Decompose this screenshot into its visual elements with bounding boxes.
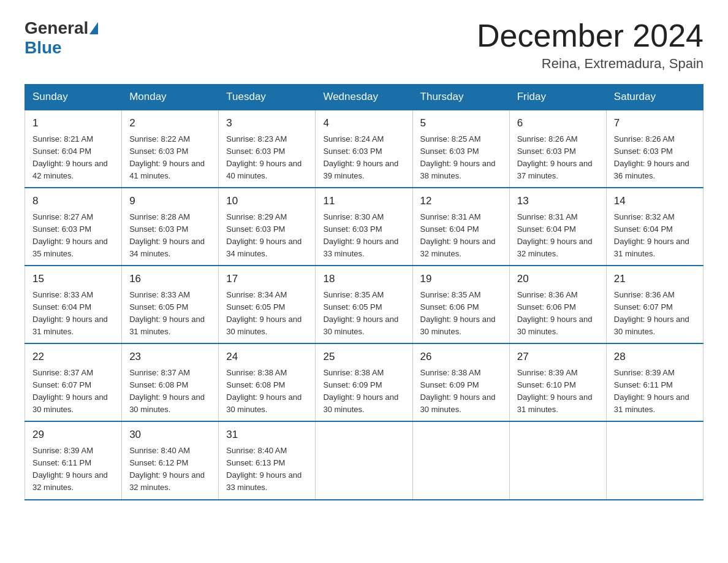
- day-info: Sunrise: 8:26 AMSunset: 6:03 PMDaylight:…: [614, 133, 696, 183]
- calendar-week-row: 8Sunrise: 8:27 AMSunset: 6:03 PMDaylight…: [25, 188, 703, 266]
- calendar-cell: [316, 421, 412, 499]
- column-header-tuesday: Tuesday: [219, 85, 316, 110]
- day-info: Sunrise: 8:21 AMSunset: 6:04 PMDaylight:…: [32, 133, 114, 183]
- calendar-week-row: 1Sunrise: 8:21 AMSunset: 6:04 PMDaylight…: [25, 110, 703, 188]
- calendar-cell: 27Sunrise: 8:39 AMSunset: 6:10 PMDayligh…: [509, 343, 606, 421]
- column-header-wednesday: Wednesday: [316, 85, 412, 110]
- day-number: 24: [226, 349, 308, 365]
- calendar-cell: 9Sunrise: 8:28 AMSunset: 6:03 PMDaylight…: [122, 188, 219, 266]
- calendar-cell: 28Sunrise: 8:39 AMSunset: 6:11 PMDayligh…: [606, 343, 703, 421]
- calendar-cell: 5Sunrise: 8:25 AMSunset: 6:03 PMDaylight…: [412, 110, 509, 188]
- calendar-cell: 2Sunrise: 8:22 AMSunset: 6:03 PMDaylight…: [122, 110, 219, 188]
- calendar-cell: 14Sunrise: 8:32 AMSunset: 6:04 PMDayligh…: [606, 188, 703, 266]
- day-info: Sunrise: 8:39 AMSunset: 6:11 PMDaylight:…: [614, 367, 696, 416]
- day-info: Sunrise: 8:39 AMSunset: 6:11 PMDaylight:…: [32, 445, 114, 494]
- day-number: 23: [129, 349, 211, 365]
- day-info: Sunrise: 8:29 AMSunset: 6:03 PMDaylight:…: [226, 211, 308, 261]
- calendar-cell: 29Sunrise: 8:39 AMSunset: 6:11 PMDayligh…: [25, 421, 122, 499]
- column-header-sunday: Sunday: [25, 85, 122, 110]
- calendar-cell: 18Sunrise: 8:35 AMSunset: 6:05 PMDayligh…: [316, 266, 412, 343]
- column-header-thursday: Thursday: [412, 85, 509, 110]
- day-number: 5: [420, 115, 502, 131]
- day-number: 4: [323, 115, 404, 131]
- day-number: 15: [32, 271, 114, 287]
- day-number: 20: [517, 271, 599, 287]
- column-header-monday: Monday: [122, 85, 219, 110]
- calendar-cell: 31Sunrise: 8:40 AMSunset: 6:13 PMDayligh…: [219, 421, 316, 499]
- logo-blue-text: Blue: [25, 38, 62, 58]
- calendar-cell: 10Sunrise: 8:29 AMSunset: 6:03 PMDayligh…: [219, 188, 316, 266]
- day-info: Sunrise: 8:40 AMSunset: 6:12 PMDaylight:…: [129, 445, 211, 494]
- day-number: 27: [517, 349, 599, 365]
- day-number: 6: [517, 115, 599, 131]
- calendar-week-row: 22Sunrise: 8:37 AMSunset: 6:07 PMDayligh…: [25, 343, 703, 421]
- location-subtitle: Reina, Extremadura, Spain: [477, 56, 703, 72]
- calendar-cell: [606, 421, 703, 499]
- calendar-cell: [412, 421, 509, 499]
- calendar-cell: 4Sunrise: 8:24 AMSunset: 6:03 PMDaylight…: [316, 110, 412, 188]
- day-info: Sunrise: 8:37 AMSunset: 6:08 PMDaylight:…: [129, 367, 211, 416]
- title-section: December 2024 Reina, Extremadura, Spain: [477, 18, 703, 72]
- day-number: 21: [614, 271, 696, 287]
- day-info: Sunrise: 8:25 AMSunset: 6:03 PMDaylight:…: [420, 133, 502, 183]
- day-number: 28: [614, 349, 696, 365]
- calendar-cell: 1Sunrise: 8:21 AMSunset: 6:04 PMDaylight…: [25, 110, 122, 188]
- column-header-friday: Friday: [509, 85, 606, 110]
- day-number: 16: [129, 271, 211, 287]
- calendar-cell: 20Sunrise: 8:36 AMSunset: 6:06 PMDayligh…: [509, 266, 606, 343]
- day-info: Sunrise: 8:40 AMSunset: 6:13 PMDaylight:…: [226, 445, 308, 494]
- day-info: Sunrise: 8:26 AMSunset: 6:03 PMDaylight:…: [517, 133, 599, 183]
- calendar-header-row: SundayMondayTuesdayWednesdayThursdayFrid…: [25, 85, 703, 110]
- calendar-cell: [509, 421, 606, 499]
- day-number: 14: [614, 193, 696, 209]
- day-info: Sunrise: 8:38 AMSunset: 6:09 PMDaylight:…: [323, 367, 404, 416]
- calendar-cell: 24Sunrise: 8:38 AMSunset: 6:08 PMDayligh…: [219, 343, 316, 421]
- calendar-cell: 23Sunrise: 8:37 AMSunset: 6:08 PMDayligh…: [122, 343, 219, 421]
- logo-general-text: General: [25, 18, 88, 38]
- calendar-cell: 17Sunrise: 8:34 AMSunset: 6:05 PMDayligh…: [219, 266, 316, 343]
- day-info: Sunrise: 8:31 AMSunset: 6:04 PMDaylight:…: [420, 211, 502, 261]
- day-number: 22: [32, 349, 114, 365]
- day-info: Sunrise: 8:24 AMSunset: 6:03 PMDaylight:…: [323, 133, 404, 183]
- day-info: Sunrise: 8:33 AMSunset: 6:04 PMDaylight:…: [32, 289, 114, 339]
- day-info: Sunrise: 8:38 AMSunset: 6:09 PMDaylight:…: [420, 367, 502, 416]
- calendar-cell: 6Sunrise: 8:26 AMSunset: 6:03 PMDaylight…: [509, 110, 606, 188]
- calendar-cell: 8Sunrise: 8:27 AMSunset: 6:03 PMDaylight…: [25, 188, 122, 266]
- month-title: December 2024: [477, 18, 703, 53]
- calendar-cell: 22Sunrise: 8:37 AMSunset: 6:07 PMDayligh…: [25, 343, 122, 421]
- calendar-week-row: 29Sunrise: 8:39 AMSunset: 6:11 PMDayligh…: [25, 421, 703, 499]
- calendar-cell: 30Sunrise: 8:40 AMSunset: 6:12 PMDayligh…: [122, 421, 219, 499]
- day-number: 18: [323, 271, 404, 287]
- logo: General Blue: [25, 18, 99, 58]
- day-number: 25: [323, 349, 404, 365]
- column-header-saturday: Saturday: [606, 85, 703, 110]
- day-number: 3: [226, 115, 308, 131]
- calendar-cell: 7Sunrise: 8:26 AMSunset: 6:03 PMDaylight…: [606, 110, 703, 188]
- calendar-cell: 13Sunrise: 8:31 AMSunset: 6:04 PMDayligh…: [509, 188, 606, 266]
- day-number: 19: [420, 271, 502, 287]
- calendar-table: SundayMondayTuesdayWednesdayThursdayFrid…: [25, 84, 703, 500]
- day-number: 7: [614, 115, 696, 131]
- day-number: 8: [32, 193, 114, 209]
- calendar-cell: 11Sunrise: 8:30 AMSunset: 6:03 PMDayligh…: [316, 188, 412, 266]
- day-info: Sunrise: 8:34 AMSunset: 6:05 PMDaylight:…: [226, 289, 308, 339]
- day-info: Sunrise: 8:30 AMSunset: 6:03 PMDaylight:…: [323, 211, 404, 261]
- day-number: 29: [32, 427, 114, 443]
- calendar-cell: 26Sunrise: 8:38 AMSunset: 6:09 PMDayligh…: [412, 343, 509, 421]
- day-info: Sunrise: 8:35 AMSunset: 6:05 PMDaylight:…: [323, 289, 404, 339]
- day-number: 10: [226, 193, 308, 209]
- day-info: Sunrise: 8:31 AMSunset: 6:04 PMDaylight:…: [517, 211, 599, 261]
- day-info: Sunrise: 8:23 AMSunset: 6:03 PMDaylight:…: [226, 133, 308, 183]
- day-number: 9: [129, 193, 211, 209]
- calendar-cell: 15Sunrise: 8:33 AMSunset: 6:04 PMDayligh…: [25, 266, 122, 343]
- day-number: 12: [420, 193, 502, 209]
- day-info: Sunrise: 8:36 AMSunset: 6:07 PMDaylight:…: [614, 289, 696, 339]
- calendar-cell: 3Sunrise: 8:23 AMSunset: 6:03 PMDaylight…: [219, 110, 316, 188]
- day-info: Sunrise: 8:32 AMSunset: 6:04 PMDaylight:…: [614, 211, 696, 261]
- logo-triangle-icon: [89, 22, 98, 34]
- day-number: 30: [129, 427, 211, 443]
- page-header: General Blue December 2024 Reina, Extrem…: [25, 18, 703, 72]
- day-info: Sunrise: 8:37 AMSunset: 6:07 PMDaylight:…: [32, 367, 114, 416]
- day-number: 11: [323, 193, 404, 209]
- day-info: Sunrise: 8:36 AMSunset: 6:06 PMDaylight:…: [517, 289, 599, 339]
